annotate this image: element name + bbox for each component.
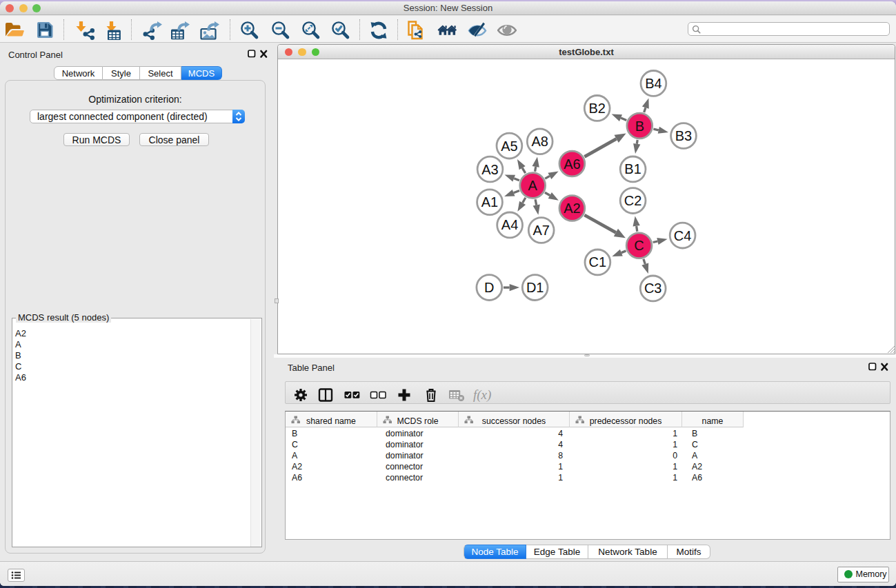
svg-text:A2: A2 <box>564 201 580 216</box>
svg-text:A: A <box>528 178 538 193</box>
svg-text:B2: B2 <box>588 101 605 116</box>
svg-text:A5: A5 <box>501 139 517 154</box>
svg-text:D: D <box>484 280 494 295</box>
svg-text:B1: B1 <box>624 161 641 176</box>
svg-text:A8: A8 <box>531 134 548 149</box>
svg-text:A1: A1 <box>481 194 498 210</box>
svg-text:A7: A7 <box>532 223 549 238</box>
svg-text:C: C <box>634 238 644 253</box>
svg-text:C4: C4 <box>674 228 692 243</box>
svg-text:A3: A3 <box>481 162 498 177</box>
svg-text:B4: B4 <box>645 76 661 91</box>
svg-text:A4: A4 <box>501 217 518 232</box>
svg-text:B: B <box>635 119 644 134</box>
svg-text:A6: A6 <box>564 156 580 172</box>
svg-text:D1: D1 <box>526 280 544 295</box>
svg-text:C2: C2 <box>624 193 642 208</box>
svg-text:C1: C1 <box>589 254 607 270</box>
svg-text:B3: B3 <box>675 128 692 143</box>
svg-text:C3: C3 <box>644 281 662 296</box>
